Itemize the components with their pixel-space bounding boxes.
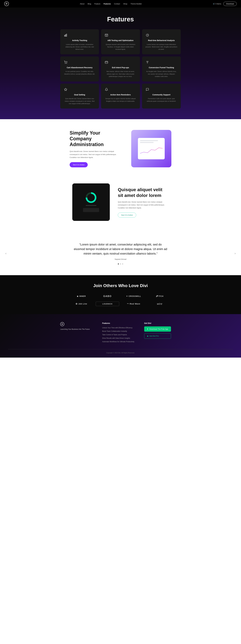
partners-title: Join Others Who Love Divi — [5, 283, 236, 288]
feature-card-activity: Activity Tracking Lorem ipsum dolor sit … — [60, 29, 99, 54]
navbar: D About Blog Feature Features Contact Sh… — [0, 0, 241, 8]
partner-realwave: 〜 Real Wave — [122, 302, 145, 305]
feature-card-cart: Cart Abandonment Recovery In non pulvina… — [60, 56, 99, 82]
simplify-cta-button[interactable]: See It In Action — [70, 162, 88, 167]
simplify-image — [131, 130, 171, 167]
feature-card-goal: Goal Setting Quis blandit erat. Donec la… — [60, 84, 99, 109]
footer-features-list: Unlock Your Time with Effortless Efficie… — [102, 326, 139, 343]
testimonial-next-button[interactable]: › — [234, 252, 236, 255]
footer-link-2[interactable]: Boost Team Collaboration Instantly — [102, 330, 127, 332]
testimonial-dot-2[interactable] — [120, 264, 121, 264]
partner-inner: ◆ INNER — [70, 295, 93, 297]
bell-icon — [104, 87, 109, 92]
feature-title: Action Item Reminders — [104, 94, 137, 96]
feature-title: Activity Tracking — [64, 39, 96, 42]
cart-count[interactable]: 🛒 0 Items — [213, 3, 221, 5]
get-divi-pro-button[interactable]: ◆ Get Divi Pro — [144, 333, 171, 339]
footer: D Launching Your Business Into The Futur… — [0, 314, 241, 358]
button-mock — [83, 208, 99, 212]
diamond-icon: ◆ — [77, 295, 79, 297]
footer-link-4[interactable]: Drive Results with Data-Driven Insights — [102, 337, 130, 339]
wave-icon: 〜 — [127, 302, 129, 305]
itch-icon: 𝒫 — [156, 295, 158, 298]
simplify-title: Simplify Your Company Administration — [70, 130, 121, 148]
svg-rect-1 — [65, 34, 66, 36]
testimonial-prev-button[interactable]: ‹ — [5, 252, 7, 255]
chat-icon — [145, 87, 150, 92]
footer-cta-col: Get Divi ⬇ Download The Free App ◆ Get D… — [144, 322, 181, 344]
ab-test-icon — [104, 33, 109, 37]
footer-link-5[interactable]: Automate Workflows for Ultimate Producti… — [102, 341, 134, 342]
simplify-section: Simplify Your Company Administration Qui… — [54, 119, 187, 178]
nav-link-about[interactable]: About — [80, 3, 85, 5]
nav-link-theme-builder[interactable]: Theme Builder — [131, 3, 142, 5]
feature-title: Goal Setting — [64, 94, 96, 96]
nav-link-contact[interactable]: Contact — [114, 3, 120, 5]
feature-card-ab-test: A/B Testing and Optimization Quisque lao… — [101, 29, 140, 54]
footer-logo[interactable]: D — [60, 322, 64, 326]
footer-link-1[interactable]: Unlock Your Time with Effortless Efficie… — [102, 327, 132, 329]
cart-icon — [64, 60, 68, 64]
copyright-text: Copyright © 2023 Divi. All Rights Reserv… — [8, 352, 233, 354]
feature-desc: Fermentum nulla non justo aliquet, quis … — [145, 98, 177, 102]
nav-right: 🛒 0 Items Download — [213, 2, 237, 6]
aliquet-section: Quisque aliquet velit sit amet dolor lor… — [54, 178, 187, 232]
footer-get-divi-title: Get Divi — [144, 322, 181, 324]
feature-desc: Quisque laoreet velit sit amet sem inter… — [104, 43, 137, 50]
simplify-text: Simplify Your Company Administration Qui… — [70, 130, 121, 167]
footer-tagline: Launching Your Business Into The Future — [60, 328, 97, 330]
feature-card-reminders: Action Item Reminders Semper leo et sapi… — [101, 84, 140, 109]
footer-logo-wrap: D — [60, 322, 97, 326]
chart-mockup — [138, 138, 165, 159]
footer-brand: D Launching Your Business Into The Futur… — [60, 322, 97, 344]
nav-logo[interactable]: D — [4, 2, 9, 6]
svg-marker-17 — [64, 88, 67, 91]
aliquet-cta-button[interactable]: See It In Action — [118, 212, 136, 218]
feature-card-funnel: Conversion Funnel Tracking Ac feugiat an… — [142, 56, 181, 82]
partner-wire: wire — [148, 302, 171, 306]
partner-jobline: ⚙ Job Line — [70, 302, 93, 305]
partners-grid: ◆ INNER GABO ✦ CROSSWILL 𝒫 ITCH ⚙ Job Li… — [70, 295, 171, 306]
testimonial-dot-3[interactable] — [122, 264, 123, 264]
chart-bar-1 — [140, 140, 158, 141]
testimonial-wrapper: ‹ “Lorem ipsum dolor sit amet, consectet… — [0, 232, 241, 275]
partner-gabo: GABO — [96, 295, 119, 298]
svg-rect-9 — [105, 61, 108, 64]
footer-link-3[interactable]: Take Control of Tasks and Projects — [102, 334, 127, 336]
feature-card-community: Community Support Fermentum nulla non ju… — [142, 84, 181, 109]
nav-link-shop[interactable]: Shop — [123, 3, 127, 5]
feature-title: A/B Testing and Optimization — [104, 39, 137, 42]
feature-desc: Luctus lectus non quisque turpis bibendu… — [145, 43, 177, 50]
svg-point-8 — [67, 64, 67, 64]
feature-title: Community Support — [145, 94, 177, 96]
svg-rect-2 — [66, 34, 67, 36]
download-free-app-button[interactable]: ⬇ Download The Free App — [144, 326, 171, 332]
pro-icon: ◆ — [147, 335, 148, 337]
feature-card-popup: Exit Intent Pop-ups Nisl massa, ultrices… — [101, 56, 140, 82]
nav-link-features[interactable]: Features — [104, 3, 111, 5]
chart-svg — [140, 145, 162, 156]
nav-link-feature[interactable]: Feature — [94, 3, 100, 5]
feature-desc: Nisl massa, ultrices vitae ornare sit am… — [104, 70, 137, 78]
footer-features-title: Features — [102, 322, 139, 324]
partners-section: Join Others Who Love Divi ◆ INNER GABO ✦… — [0, 275, 241, 314]
testimonial-quote: “Lorem ipsum dolor sit amet, consectetur… — [74, 242, 167, 256]
crosswill-icon: ✦ — [126, 295, 128, 297]
jobline-icon: ⚙ — [76, 302, 78, 305]
feature-desc: Ac feugiat ante. Donec ultrices lobortis… — [145, 70, 177, 78]
nav-links: About Blog Feature Features Contact Shop… — [80, 3, 142, 5]
feature-card-behavioral: Real-time Behavioral Analysis Luctus lec… — [142, 29, 181, 54]
bar-chart-icon — [64, 33, 68, 37]
aliquet-text: Quisque aliquet velit sit amet dolor lor… — [118, 187, 169, 218]
feature-desc: In non pulvinar purus. Curabitur nisi od… — [64, 70, 96, 75]
funnel-icon — [145, 60, 150, 64]
progress-bar — [86, 205, 96, 206]
cart-icon: 🛒 — [213, 3, 215, 5]
testimonial-dot-1[interactable] — [118, 264, 119, 264]
nav-download-button[interactable]: Download — [223, 2, 237, 6]
loading-icon — [86, 192, 96, 203]
aliquet-image — [72, 184, 110, 221]
footer-bottom: Copyright © 2023 Divi. All Rights Reserv… — [8, 349, 233, 354]
simplify-description: Quis blandit erat. Donec laoreet libero … — [70, 150, 121, 159]
nav-link-blog[interactable]: Blog — [88, 3, 91, 5]
